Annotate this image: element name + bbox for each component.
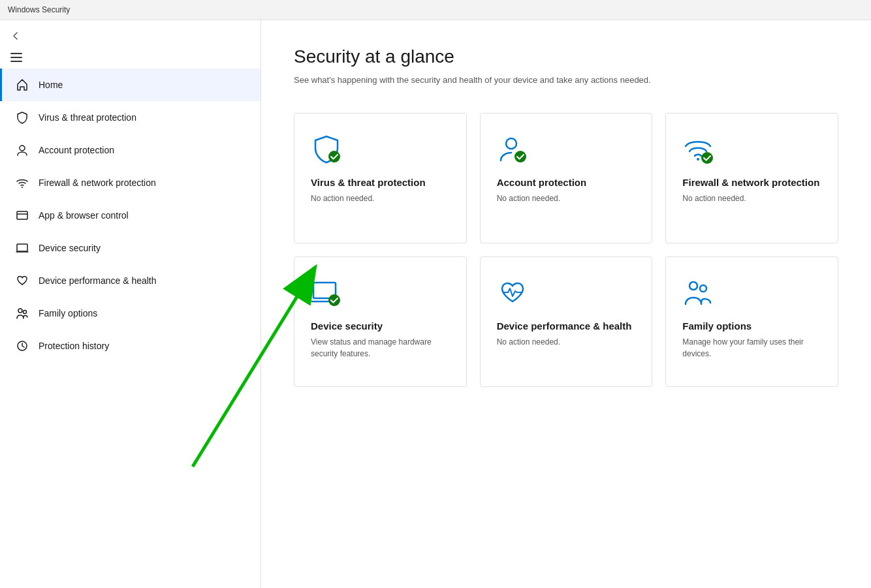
svg-rect-6 xyxy=(17,244,27,251)
svg-point-4 xyxy=(22,187,23,188)
account-card-icon xyxy=(497,133,530,166)
svg-point-16 xyxy=(328,294,340,306)
menu-button[interactable] xyxy=(0,46,261,69)
family-card[interactable]: Family options Manage how your family us… xyxy=(665,256,838,387)
sidebar-item-account[interactable]: Account protection xyxy=(0,134,261,166)
account-card-desc: No action needed. xyxy=(497,193,636,204)
device-health-card-title: Device performance & health xyxy=(497,320,636,333)
back-icon xyxy=(10,31,21,41)
wifi-icon xyxy=(15,176,29,190)
family-card-icon xyxy=(682,277,715,309)
device-security-card-desc: View status and manage hardware security… xyxy=(311,336,450,360)
sidebar-home-label: Home xyxy=(39,80,63,90)
virus-card-desc: No action needed. xyxy=(311,193,450,204)
device-security-card[interactable]: Device security View status and manage h… xyxy=(294,256,467,387)
page-subtitle: See what's happening with the security a… xyxy=(294,74,838,87)
device-health-card-desc: No action needed. xyxy=(497,336,636,348)
sidebar-app-browser-label: App & browser control xyxy=(39,210,129,221)
app-title: Windows Security xyxy=(8,5,70,14)
account-card[interactable]: Account protection No action needed. xyxy=(480,113,653,243)
main-content: Security at a glance See what's happenin… xyxy=(261,20,871,588)
account-card-title: Account protection xyxy=(497,176,636,189)
cards-grid: Virus & threat protection No action need… xyxy=(294,113,838,387)
history-icon xyxy=(15,339,29,353)
page-title: Security at a glance xyxy=(294,46,838,67)
device-security-card-icon xyxy=(311,277,343,309)
svg-rect-0 xyxy=(10,53,22,54)
svg-point-12 xyxy=(515,151,526,162)
sidebar-device-security-label: Device security xyxy=(39,243,101,253)
svg-rect-2 xyxy=(10,61,22,62)
svg-point-3 xyxy=(20,146,25,151)
firewall-card[interactable]: Firewall & network protection No action … xyxy=(665,113,838,243)
person-icon xyxy=(15,143,29,157)
sidebar-item-device-security[interactable]: Device security xyxy=(0,232,261,264)
sidebar-item-device-health[interactable]: Device performance & health xyxy=(0,264,261,297)
family-card-title: Family options xyxy=(682,320,821,333)
laptop-icon xyxy=(15,241,29,255)
firewall-card-title: Firewall & network protection xyxy=(682,176,821,189)
svg-point-11 xyxy=(506,138,516,149)
back-button[interactable] xyxy=(0,25,261,46)
firewall-card-icon xyxy=(682,133,715,166)
svg-point-10 xyxy=(328,151,340,162)
device-health-card-icon xyxy=(497,277,530,309)
sidebar-item-history[interactable]: Protection history xyxy=(0,330,261,362)
device-security-card-title: Device security xyxy=(311,320,450,333)
sidebar-item-firewall[interactable]: Firewall & network protection xyxy=(0,166,261,199)
svg-rect-1 xyxy=(10,57,22,58)
sidebar-firewall-label: Firewall & network protection xyxy=(39,178,156,188)
svg-point-17 xyxy=(689,282,697,290)
sidebar-item-app-browser[interactable]: App & browser control xyxy=(0,199,261,232)
sidebar-history-label: Protection history xyxy=(39,341,109,351)
svg-rect-5 xyxy=(17,211,27,219)
sidebar-virus-label: Virus & threat protection xyxy=(39,112,136,123)
app-browser-icon xyxy=(15,208,29,223)
family-icon xyxy=(15,306,29,320)
virus-card-icon xyxy=(311,133,343,166)
hamburger-icon xyxy=(10,53,250,62)
firewall-card-desc: No action needed. xyxy=(682,193,821,204)
sidebar-item-family[interactable]: Family options xyxy=(0,297,261,330)
sidebar-family-label: Family options xyxy=(39,308,97,318)
virus-card-title: Virus & threat protection xyxy=(311,176,450,189)
home-icon xyxy=(15,78,29,92)
virus-card[interactable]: Virus & threat protection No action need… xyxy=(294,113,467,243)
shield-icon xyxy=(15,110,29,125)
svg-point-14 xyxy=(701,152,713,164)
sidebar-device-health-label: Device performance & health xyxy=(39,275,157,286)
sidebar-item-home[interactable]: Home xyxy=(0,69,261,101)
sidebar: Home Virus & threat protection Account p… xyxy=(0,20,261,588)
svg-point-13 xyxy=(697,158,699,161)
device-health-card[interactable]: Device performance & health No action ne… xyxy=(480,256,653,387)
sidebar-item-virus[interactable]: Virus & threat protection xyxy=(0,101,261,134)
svg-point-7 xyxy=(18,309,22,313)
sidebar-account-label: Account protection xyxy=(39,145,114,155)
family-card-desc: Manage how your family uses their device… xyxy=(682,336,821,360)
svg-point-8 xyxy=(24,311,27,314)
heart-icon xyxy=(15,273,29,288)
svg-point-18 xyxy=(700,285,706,292)
